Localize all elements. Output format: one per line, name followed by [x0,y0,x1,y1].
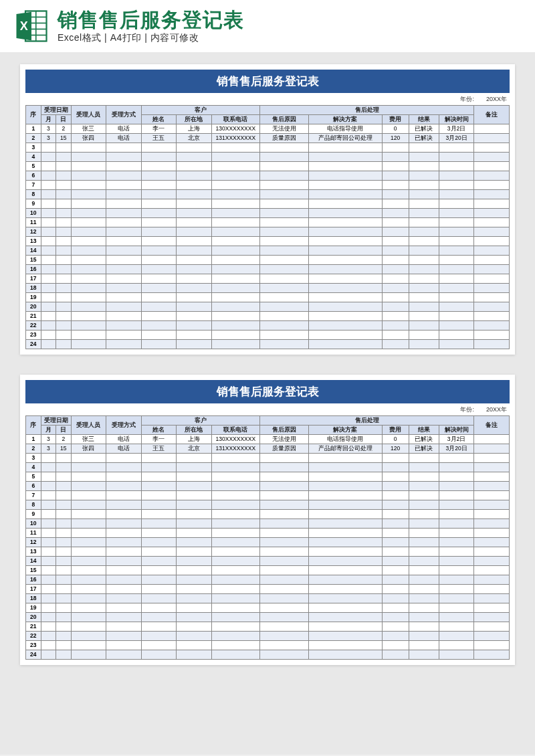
cell [474,613,510,622]
cell [474,237,510,246]
cell [106,519,142,529]
cell [141,302,177,312]
cell [56,538,72,547]
cell [56,293,72,302]
cell [141,463,177,472]
cell [260,181,309,190]
cell [409,594,439,603]
th-resolve-time: 解决时间 [439,426,474,435]
cell [382,557,409,566]
cell [177,491,212,500]
cell [211,547,260,557]
cell [211,181,260,190]
th-person: 受理人员 [71,416,106,435]
cell [439,246,474,256]
cell [260,171,309,181]
cell [177,171,212,181]
table-row: 24 [26,340,510,349]
cell [71,463,106,472]
cell: 王五 [141,444,177,454]
cell [260,209,309,218]
cell [260,585,309,594]
cell [106,632,142,641]
cell [177,594,212,603]
cell [41,227,56,237]
table-row: 22 [26,632,510,641]
cell [260,246,309,256]
cell: 电话指导使用 [308,124,382,134]
cell [56,143,72,153]
cell [308,227,382,237]
cell [211,650,260,660]
cell [439,510,474,519]
cell: 无法使用 [260,124,309,134]
cell [211,312,260,321]
cell [141,181,177,190]
th-day: 日 [56,426,72,435]
cell [41,171,56,181]
cell [409,162,439,171]
cell: 23 [26,641,41,650]
cell [141,491,177,500]
cell: 电话 [106,444,142,454]
cell [474,171,510,181]
cell [439,162,474,171]
cell [260,519,309,529]
cell [409,566,439,575]
cell [474,134,510,143]
cell: 11 [26,529,41,538]
cell [474,547,510,557]
cell [211,575,260,585]
cell [382,603,409,613]
th-result: 结果 [409,426,439,435]
cell [474,265,510,274]
cell: 5 [26,162,41,171]
cell [106,171,142,181]
cell [474,209,510,218]
cell [409,641,439,650]
cell [106,256,142,265]
cell [141,585,177,594]
cell [211,237,260,246]
cell [141,594,177,603]
cell [211,529,260,538]
cell [474,321,510,330]
cell [409,330,439,340]
cell [409,491,439,500]
cell [177,246,212,256]
cell: 张三 [71,435,106,444]
cell [211,340,260,349]
cell [260,218,309,227]
cell [439,622,474,632]
cell [41,500,56,510]
cell [409,603,439,613]
cell [177,209,212,218]
cell [382,256,409,265]
cell [56,500,72,510]
cell [474,199,510,209]
cell [382,454,409,463]
cell [71,340,106,349]
cell [211,293,260,302]
cell [260,256,309,265]
table-row: 3 [26,143,510,153]
cell [177,190,212,199]
cell [439,340,474,349]
cell [409,650,439,660]
page-area: 销售售后服务登记表年份:20XX年序受理日期受理人员受理方式客户售后处理备注月日… [0,52,535,755]
cell [177,274,212,284]
cell [177,575,212,585]
table-row: 15 [26,566,510,575]
cell: 4 [26,153,41,162]
cell [211,482,260,491]
cell [308,566,382,575]
cell [177,199,212,209]
cell [260,302,309,312]
cell [211,330,260,340]
cell [308,321,382,330]
cell [308,472,382,482]
cell [177,256,212,265]
cell [409,340,439,349]
cell [211,143,260,153]
cell [56,510,72,519]
